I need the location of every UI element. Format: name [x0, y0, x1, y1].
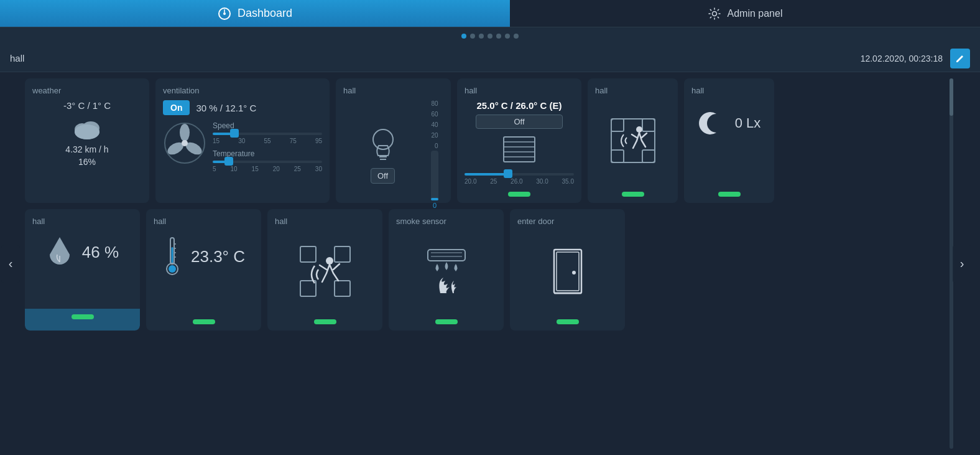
hall-lux-card: hall 0 Lx	[684, 78, 774, 203]
weather-icon-area	[32, 116, 142, 139]
humid-inner: 46 %	[32, 235, 132, 270]
dot-2[interactable]	[470, 34, 475, 39]
svg-point-13	[182, 140, 188, 146]
hall-motion1-title: hall	[595, 86, 670, 95]
dot-6[interactable]	[505, 34, 510, 39]
svg-rect-24	[642, 119, 655, 131]
scroll-thumb[interactable]	[950, 78, 953, 116]
light-inner: Off 806040200 0	[343, 100, 443, 209]
main-content: ‹ weather -3° C / 1° C 4.32 km / h 16%	[0, 72, 980, 455]
fan-icon	[163, 121, 206, 165]
dot-5[interactable]	[496, 34, 501, 39]
hall-lux-title: hall	[691, 86, 767, 95]
thermo-marks: 20.02526.030.035.0	[465, 178, 574, 185]
speed-slider[interactable]	[213, 133, 322, 135]
svg-point-31	[169, 265, 176, 273]
dot-4[interactable]	[488, 34, 492, 39]
light-left: Off	[343, 100, 422, 209]
temp-value: 23.3° C	[191, 247, 245, 266]
ventilation-on-button[interactable]: On	[163, 100, 190, 115]
cards-row-1: weather -3° C / 1° C 4.32 km / h 16% ven…	[25, 78, 948, 203]
motion1-status-bar	[622, 192, 644, 197]
humid-bottom-fill	[25, 309, 140, 331]
dot-3[interactable]	[479, 34, 484, 39]
speed-marks: 1530557595	[213, 138, 322, 144]
thermo-slider-area: 20.02526.030.035.0	[465, 173, 574, 185]
dot-7[interactable]	[514, 34, 519, 39]
svg-point-40	[326, 257, 333, 265]
bulb-icon	[369, 126, 397, 163]
svg-rect-44	[554, 250, 581, 293]
svg-rect-37	[335, 246, 350, 262]
light-off-button[interactable]: Off	[371, 168, 395, 184]
svg-point-1	[223, 12, 226, 15]
motion2-icon-area	[275, 231, 375, 312]
top-nav: Dashboard Admin panel	[0, 0, 980, 27]
light-value: 0	[433, 202, 437, 209]
ventilation-title: ventilation	[163, 86, 322, 95]
hall-motion2-title: hall	[275, 217, 375, 226]
svg-rect-22	[611, 119, 655, 162]
svg-point-3	[712, 11, 716, 16]
lux-inner: 0 Lx	[691, 108, 767, 139]
nav-dashboard[interactable]: Dashboard	[0, 0, 510, 27]
svg-point-7	[75, 124, 99, 139]
hall-humid-title: hall	[32, 217, 132, 226]
svg-point-10	[180, 124, 190, 141]
ventilation-card: ventilation On 30 % / 12.1° C	[155, 78, 330, 203]
temp-slider[interactable]	[213, 161, 322, 163]
ventilation-sliders: Speed 1530557595 Temperature	[213, 121, 322, 172]
light-scale: 806040200	[431, 100, 438, 149]
svg-point-14	[373, 129, 393, 149]
edit-button[interactable]	[950, 49, 970, 68]
hall-light-title: hall	[343, 86, 443, 95]
nav-admin[interactable]: Admin panel	[510, 0, 980, 27]
thermo-slider[interactable]	[465, 173, 574, 176]
ventilation-value: 30 % / 12.1° C	[196, 103, 256, 113]
page-dots	[0, 27, 980, 45]
temp-inner: 23.3° C	[154, 235, 254, 278]
hall-temp-title: hall	[154, 217, 254, 226]
lux-value: 0 Lx	[735, 115, 761, 131]
blind-icon	[465, 134, 574, 169]
smoke-icon	[422, 246, 471, 296]
motion-icon-1	[608, 116, 658, 166]
dashboard-icon	[218, 7, 231, 21]
motion2-status-bar	[314, 319, 336, 324]
nav-arrow-left[interactable]: ‹	[1, 245, 20, 283]
ventilation-controls-top: On 30 % / 12.1° C	[163, 100, 322, 115]
smoke-sensor-title: smoke sensor	[396, 217, 496, 226]
weather-card: weather -3° C / 1° C 4.32 km / h 16%	[25, 78, 149, 203]
enter-door-card: enter door	[510, 209, 625, 331]
svg-rect-45	[557, 252, 579, 291]
door-status-bar	[557, 319, 579, 324]
hall-light-card: hall Off 806040200	[336, 78, 451, 203]
weather-humidity: 16%	[32, 157, 142, 167]
weather-temp: -3° C / 1° C	[32, 100, 142, 111]
breadcrumb-bar: hall 12.02.2020, 00:23:18	[0, 45, 980, 72]
dot-1[interactable]	[461, 34, 466, 39]
thermo-off-button[interactable]: Off	[476, 115, 563, 129]
temp-marks: 51015202530	[213, 166, 322, 172]
svg-rect-25	[611, 150, 624, 162]
cards-row-2: hall 46 % hall	[25, 209, 948, 331]
smoke-status-bar	[435, 319, 458, 324]
temp-status-bar	[193, 319, 215, 324]
light-vbar[interactable]	[431, 151, 438, 200]
weather-title: weather	[32, 86, 142, 95]
hall-humid-card: hall 46 %	[25, 209, 140, 331]
svg-rect-41	[428, 250, 465, 261]
light-bar-area: 806040200 0	[426, 100, 443, 209]
nav-arrow-right[interactable]: ›	[953, 245, 971, 283]
hall-thermo-title: hall	[465, 86, 574, 95]
hall-motion2-card: hall	[267, 209, 382, 331]
breadcrumb-location: hall	[10, 53, 24, 63]
weather-wind: 4.32 km / h	[32, 144, 142, 154]
motion1-icon-area	[595, 100, 670, 181]
thermometer-icon	[162, 235, 182, 278]
svg-rect-17	[504, 137, 535, 162]
hall-motion1-card: hall	[588, 78, 678, 203]
ventilation-fan-area: Speed 1530557595 Temperature	[163, 121, 322, 172]
speed-label: Speed	[213, 121, 322, 130]
humid-value: 46 %	[82, 243, 119, 262]
